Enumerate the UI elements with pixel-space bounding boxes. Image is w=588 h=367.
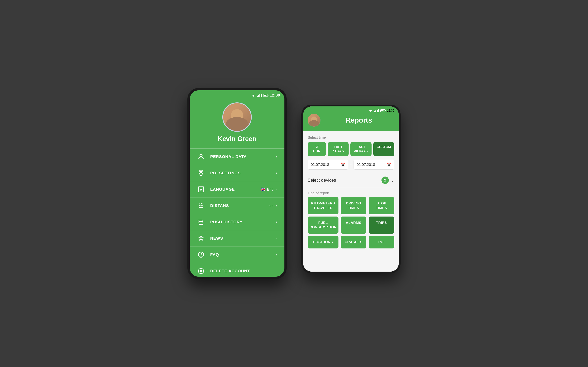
- profile-section: Kevin Green: [190, 99, 285, 148]
- select-time-section: Select time STOUR LAST7 DAYS LAST30 DAYS…: [308, 135, 394, 156]
- date-from-value: 02.07.2018: [311, 163, 329, 167]
- last-7-days-btn[interactable]: LAST7 DAYS: [328, 142, 349, 156]
- devices-count-badge: 2: [381, 176, 389, 184]
- calendar-icon-from: 📅: [341, 162, 345, 167]
- push-history-label: PUSH HISTORY: [210, 220, 276, 225]
- menu-item-language[interactable]: A LANGUAGE 🇬🇧 Eng ›: [190, 181, 285, 198]
- avatar-left: [222, 102, 252, 132]
- status-icons-right: [369, 109, 385, 112]
- chevron-icon-2: ›: [276, 187, 277, 192]
- poi-btn[interactable]: POI: [369, 236, 394, 249]
- faq-icon: [197, 251, 205, 259]
- svg-point-2: [253, 96, 254, 97]
- personal-data-label: PERSONAL DATA: [210, 154, 276, 159]
- driving-times-btn[interactable]: DRIVINGTIMES: [341, 197, 366, 214]
- chevron-icon-3: ›: [276, 203, 277, 208]
- svg-point-3: [200, 154, 202, 157]
- date-range-row: 02.07.2018 📅 - 02.07.2018 📅: [308, 160, 394, 170]
- date-separator: -: [350, 162, 352, 167]
- chevron-icon-6: ›: [276, 252, 277, 257]
- menu-list: PERSONAL DATA › POI SETTINGS › A LANGUAG…: [190, 149, 285, 277]
- distans-value: km: [269, 204, 274, 208]
- status-time-right: 12:30: [387, 109, 394, 112]
- phone-right-wrapper: 12:30 Reports Select time: [301, 105, 401, 273]
- menu-item-delete-account[interactable]: DELETE ACCOUNT: [190, 263, 285, 277]
- status-icons-left: [251, 94, 268, 97]
- menu-item-poi-settings[interactable]: POI SETTINGS ›: [190, 165, 285, 181]
- poi-settings-label: POI SETTINGS: [210, 171, 276, 175]
- phone-left-screen: 12:30 Kevin Green PERSONAL DATA ›: [190, 90, 285, 277]
- menu-item-distans[interactable]: DISTANS km ›: [190, 198, 285, 214]
- menu-item-personal-data[interactable]: PERSONAL DATA ›: [190, 149, 285, 165]
- chevron-icon-5: ›: [276, 236, 277, 241]
- chevron-icon-1: ›: [276, 171, 277, 175]
- wifi-icon-right: [369, 109, 373, 112]
- signal-icon-right: [374, 109, 379, 112]
- chevron-icon-4: ›: [276, 220, 277, 225]
- status-time-left: 12:30: [270, 93, 280, 98]
- fuel-consumption-btn[interactable]: FUELCONSUMPTION: [308, 217, 338, 234]
- battery-icon: [263, 94, 268, 97]
- status-bar-right: 12:30: [308, 106, 394, 114]
- menu-item-faq[interactable]: FAQ ›: [190, 247, 285, 263]
- delete-icon: [197, 267, 205, 275]
- custom-btn[interactable]: CUSTOM: [373, 142, 394, 156]
- trips-btn[interactable]: TRIPS: [369, 217, 394, 234]
- alarms-btn[interactable]: ALARMS: [341, 217, 366, 234]
- select-devices-row[interactable]: Select devices 2 ⌄: [308, 173, 394, 187]
- svg-point-17: [370, 112, 371, 112]
- news-icon: [197, 234, 205, 242]
- report-type-grid: KILOMETERSTRAVELED DRIVINGTIMES STOPTIME…: [308, 197, 394, 248]
- svg-point-12: [201, 256, 201, 257]
- devices-chevron-icon: ⌄: [391, 178, 394, 183]
- km-traveled-btn[interactable]: KILOMETERSTRAVELED: [308, 197, 338, 214]
- date-to-value: 02.07.2018: [357, 163, 375, 167]
- scene: 12:30 Kevin Green PERSONAL DATA ›: [187, 88, 401, 279]
- push-icon: [197, 218, 205, 226]
- date-to-input[interactable]: 02.07.2018 📅: [354, 160, 394, 170]
- wifi-icon: [251, 94, 255, 97]
- svg-marker-10: [199, 235, 203, 240]
- report-type-section: Tipe of report KILOMETERSTRAVELED DRIVIN…: [308, 191, 394, 248]
- reports-header: 12:30 Reports: [303, 106, 399, 131]
- positions-btn[interactable]: POSITIONS: [308, 236, 338, 249]
- phone-right: 12:30 Reports Select time: [301, 105, 401, 273]
- language-value: 🇬🇧 Eng: [260, 187, 274, 192]
- stop-times-btn[interactable]: STOPTIMES: [369, 197, 394, 214]
- report-type-label: Tipe of report: [308, 191, 394, 195]
- svg-text:A: A: [200, 188, 202, 192]
- calendar-icon-to: 📅: [387, 162, 391, 167]
- chevron-icon-0: ›: [276, 154, 277, 159]
- flag-icon: 🇬🇧: [260, 187, 266, 192]
- phone-left: 12:30 Kevin Green PERSONAL DATA ›: [187, 88, 287, 279]
- news-label: NEWS: [210, 236, 276, 241]
- menu-item-push-history[interactable]: PUSH HISTORY ›: [190, 214, 285, 230]
- phone-right-screen: 12:30 Reports Select time: [303, 106, 399, 272]
- date-from-input[interactable]: 02.07.2018 📅: [308, 160, 348, 170]
- status-bar-left: 12:30: [190, 90, 285, 99]
- reports-title: Reports: [323, 116, 394, 124]
- last-30-days-btn[interactable]: LAST30 DAYS: [350, 142, 371, 156]
- menu-item-news[interactable]: NEWS ›: [190, 230, 285, 247]
- user-name: Kevin Green: [217, 135, 257, 143]
- avatar-right: [308, 114, 320, 127]
- reports-title-row: Reports: [308, 114, 394, 127]
- time-buttons: STOUR LAST7 DAYS LAST30 DAYS CUSTOM: [308, 142, 394, 156]
- route-icon: [197, 202, 205, 210]
- battery-icon-right: [380, 109, 385, 112]
- crashes-btn[interactable]: CRASHES: [341, 236, 366, 249]
- language-label: LANGUAGE: [210, 187, 260, 192]
- delete-account-label: DELETE ACCOUNT: [210, 269, 277, 273]
- reports-body: Select time STOUR LAST7 DAYS LAST30 DAYS…: [303, 131, 399, 272]
- distans-label: DISTANS: [210, 203, 269, 208]
- person-icon: [197, 153, 205, 161]
- faq-label: FAQ: [210, 252, 276, 257]
- language-icon: A: [197, 185, 205, 193]
- signal-icon: [257, 94, 262, 97]
- select-time-label: Select time: [308, 135, 394, 140]
- last-hour-btn[interactable]: STOUR: [308, 142, 326, 156]
- select-devices-label: Select devices: [308, 178, 381, 183]
- poi-icon: [197, 169, 205, 177]
- svg-point-4: [200, 171, 202, 173]
